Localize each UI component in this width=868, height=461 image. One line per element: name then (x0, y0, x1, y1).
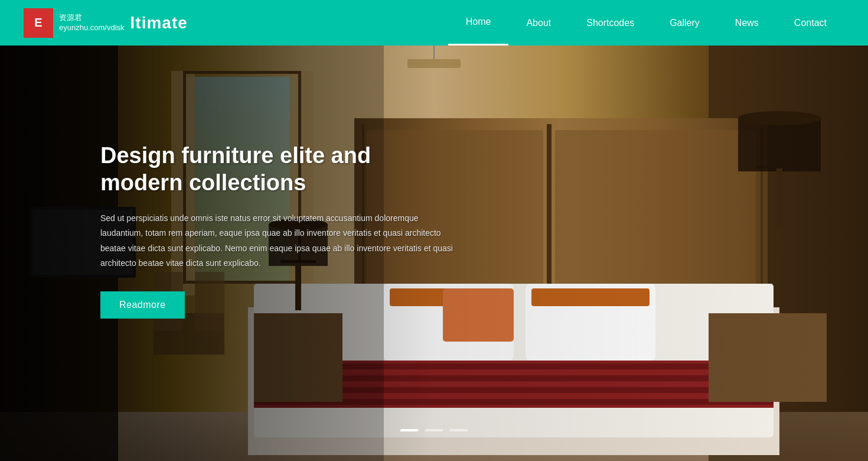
logo-badge: E (24, 8, 53, 38)
nav-about[interactable]: About (508, 0, 569, 46)
nav-gallery[interactable]: Gallery (652, 0, 717, 46)
hero-description: Sed ut perspiciatis unde omnis iste natu… (100, 211, 455, 271)
nav-contact[interactable]: Contact (776, 0, 844, 46)
nav-shortcodes[interactable]: Shortcodes (569, 0, 652, 46)
slider-dots (400, 429, 468, 431)
site-title: ltimate (130, 14, 188, 33)
logo-area: E 资源君 eyunzhu.com/vdisk ltimate (24, 8, 188, 38)
slider-dot-2[interactable] (425, 429, 443, 431)
hero-content: Design furniture elite and modern collec… (100, 142, 455, 319)
nav-home[interactable]: Home (448, 0, 509, 46)
site-header: E 资源君 eyunzhu.com/vdisk ltimate Home Abo… (0, 0, 868, 46)
hero-title: Design furniture elite and modern collec… (100, 142, 455, 196)
logo-text: 资源君 eyunzhu.com/vdisk (59, 13, 125, 33)
main-nav: Home About Shortcodes Gallery News Conta… (448, 0, 844, 46)
slider-dot-3[interactable] (449, 429, 468, 431)
readmore-button[interactable]: Readmore (100, 291, 185, 319)
slider-dot-1[interactable] (400, 429, 418, 431)
nav-news[interactable]: News (717, 0, 776, 46)
